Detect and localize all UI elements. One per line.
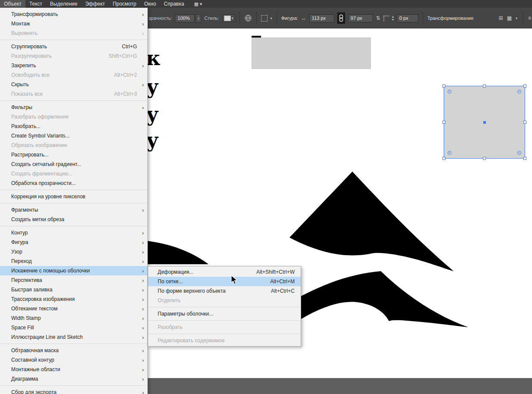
globe-icon[interactable] <box>244 14 252 22</box>
stepper-down-icon[interactable]: ▾ <box>392 18 394 21</box>
submenu-arrow-icon: › <box>140 21 144 27</box>
menu-separator <box>0 203 147 203</box>
menu-item[interactable]: По сетке...Alt+Ctrl+M <box>148 277 301 286</box>
chevron-down-icon[interactable]: ▾ <box>516 16 517 20</box>
transform-panel-link[interactable]: Трансформирование <box>427 16 473 21</box>
menu-item[interactable]: Параметры оболочки... <box>148 309 301 319</box>
menu-item[interactable]: Диаграмма› <box>0 374 147 384</box>
submenu-arrow-icon: › <box>140 30 144 37</box>
menu-separator <box>0 344 147 344</box>
opacity-expand-button[interactable]: › <box>196 14 201 22</box>
corner-radius-widget-se[interactable] <box>517 151 521 155</box>
menubar-item[interactable]: Эффект <box>81 0 109 8</box>
menu-item-label: Освободить все <box>11 72 50 78</box>
menu-item-label: Сгруппировать <box>11 44 47 50</box>
selection-handle-n[interactable] <box>483 84 486 88</box>
menu-item: Создать фрагментацию... <box>0 169 147 178</box>
corner-stepper[interactable]: ▴ ▾ <box>392 15 394 21</box>
menu-item[interactable]: Искажение с помощью оболочки› <box>0 266 147 275</box>
corner-radius-widget-ne[interactable] <box>517 90 521 94</box>
style-swatch-dropdown[interactable]: ▾ <box>222 14 235 22</box>
menu-item[interactable]: Деформация...Alt+Shift+Ctrl+W <box>148 267 301 277</box>
selected-object-bounds[interactable] <box>444 86 525 158</box>
workspace-switcher[interactable]: ▦ ▾ <box>194 0 202 8</box>
menu-item[interactable]: Обработка прозрачности... <box>0 178 147 188</box>
pixel-align-icon[interactable]: ⊞ <box>499 15 503 21</box>
center-point[interactable] <box>483 121 486 124</box>
menu-item[interactable]: Коррекция на уровне пикселов <box>0 192 147 201</box>
selection-handle-sw[interactable] <box>442 157 445 160</box>
menu-item: Выровнять› <box>0 28 147 38</box>
submenu-arrow-icon: › <box>140 258 144 265</box>
selection-handle-nw[interactable] <box>442 84 445 88</box>
height-input[interactable] <box>348 14 373 22</box>
menu-item-shortcut: Shift+Ctrl+G <box>109 53 137 59</box>
menu-item-shortcut: Alt+Ctrl+3 <box>114 91 137 97</box>
selection-handle-e[interactable] <box>523 121 526 124</box>
mountain-shape-upper[interactable] <box>289 172 454 271</box>
menu-item[interactable]: Скрыть› <box>0 80 147 89</box>
menu-item[interactable]: СгруппироватьCtrl+G <box>0 42 147 51</box>
menu-item[interactable]: Width Stamp› <box>0 313 147 323</box>
selection-handle-se[interactable] <box>523 157 526 160</box>
menu-item-shortcut: Alt+Ctrl+2 <box>114 72 137 78</box>
menu-item[interactable]: Контур› <box>0 228 147 238</box>
menubar-item[interactable]: Просмотр <box>109 0 140 8</box>
menu-item[interactable]: Сбор для экспорта› <box>0 388 147 394</box>
menubar-item[interactable]: Окно <box>140 0 160 8</box>
menubar-item[interactable]: Текст <box>25 0 46 8</box>
menu-item[interactable]: Create Symbol Variants... <box>0 131 147 141</box>
selection-handle-w[interactable] <box>442 121 445 124</box>
menubar-item[interactable]: Выделение <box>46 0 81 8</box>
menu-item[interactable]: Создать метки обреза <box>0 215 147 224</box>
menu-item[interactable]: По форме верхнего объектаAlt+Ctrl+C <box>148 286 301 296</box>
menu-item[interactable]: Перспектива› <box>0 275 147 285</box>
menu-item[interactable]: Переход› <box>0 256 147 266</box>
selection-handle-s[interactable] <box>483 157 486 160</box>
vertical-distribute-icon[interactable]: ⇅ <box>376 15 380 21</box>
canvas-text-fragment[interactable]: к <box>146 48 160 68</box>
canvas-text-fragment[interactable]: у <box>146 130 159 150</box>
swoosh-wedge-left[interactable] <box>148 241 208 264</box>
menu-item[interactable]: Фигура› <box>0 238 147 247</box>
menu-item[interactable]: Space Fill› <box>0 323 147 332</box>
submenu-arrow-icon: › <box>140 104 144 111</box>
menu-item[interactable]: Фрагменты› <box>0 205 147 215</box>
menu-item[interactable]: Быстрая заливка› <box>0 285 147 294</box>
corner-radius-input[interactable] <box>397 14 418 22</box>
menu-item[interactable]: Растрировать... <box>0 150 147 159</box>
menu-item[interactable]: Составной контур› <box>0 355 147 365</box>
menu-item[interactable]: Закрепить› <box>0 61 147 70</box>
corner-radius-widget-nw[interactable] <box>448 90 451 94</box>
menu-item[interactable]: Иллюстрации Line and Sketch› <box>0 332 147 342</box>
width-input[interactable] <box>309 14 334 22</box>
menu-item[interactable]: Фильтры› <box>0 103 147 112</box>
opacity-input[interactable] <box>175 14 195 22</box>
menu-item-label: Редактировать содержимое <box>158 338 224 344</box>
grid-options-icon[interactable] <box>261 15 268 22</box>
canvas-text-fragment[interactable]: у <box>146 104 159 124</box>
menu-item[interactable]: Обтекание текстом› <box>0 304 147 313</box>
menu-item[interactable]: Обтравочная маска› <box>0 346 147 355</box>
panel-menu-icon[interactable]: ≡ <box>528 15 531 21</box>
snap-options-icon[interactable]: ▦ <box>507 15 512 21</box>
menu-item[interactable]: Монтаж› <box>0 19 147 28</box>
submenu-arrow-icon: › <box>140 81 144 88</box>
menu-item-label: Фигура <box>11 239 28 245</box>
menu-item[interactable]: Разобрать... <box>0 122 147 131</box>
menu-item[interactable]: Трассировка изображения› <box>0 294 147 304</box>
menu-item[interactable]: Трансформировать› <box>0 9 147 19</box>
menubar-item[interactable]: Справка <box>160 0 188 8</box>
corner-radius-widget-sw[interactable] <box>448 151 451 155</box>
menu-item[interactable]: Узор› <box>0 247 147 256</box>
canvas-text-fragment[interactable]: у <box>146 77 159 97</box>
menu-item[interactable]: Монтажные области› <box>0 365 147 374</box>
placed-gray-rectangle[interactable] <box>252 38 371 69</box>
menu-item-label: Разгруппировать <box>11 53 52 59</box>
menubar-item[interactable]: Объект <box>0 0 25 8</box>
menu-item[interactable]: Создать сетчатый градиент... <box>0 159 147 169</box>
menu-item-label: Узор <box>11 249 22 255</box>
selection-handle-ne[interactable] <box>523 84 526 88</box>
menu-item-label: Показать все <box>11 91 43 97</box>
link-dimensions-button[interactable] <box>337 13 345 24</box>
